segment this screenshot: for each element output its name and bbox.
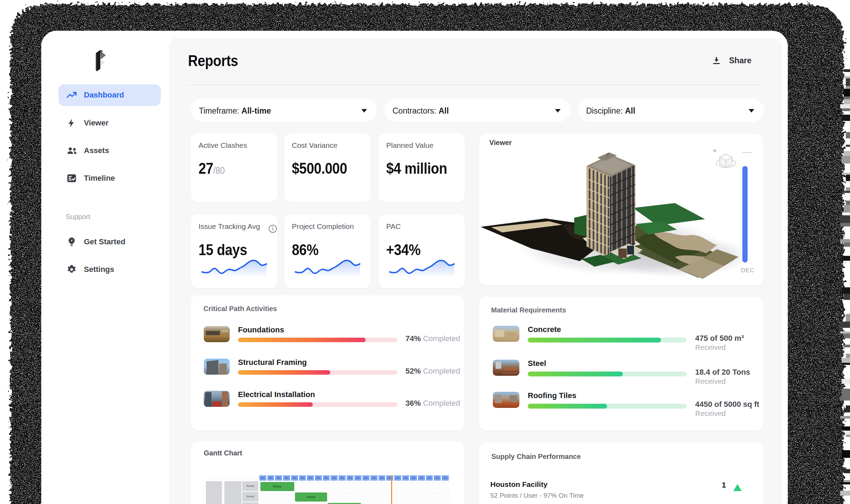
svg-text:Y: Y [71, 239, 73, 243]
